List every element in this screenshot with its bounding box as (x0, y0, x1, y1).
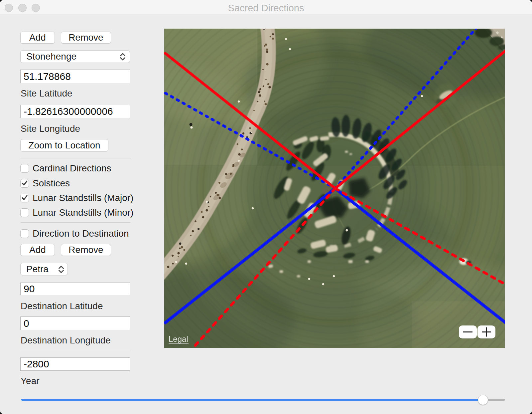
svg-text:Legal: Legal (169, 334, 188, 343)
